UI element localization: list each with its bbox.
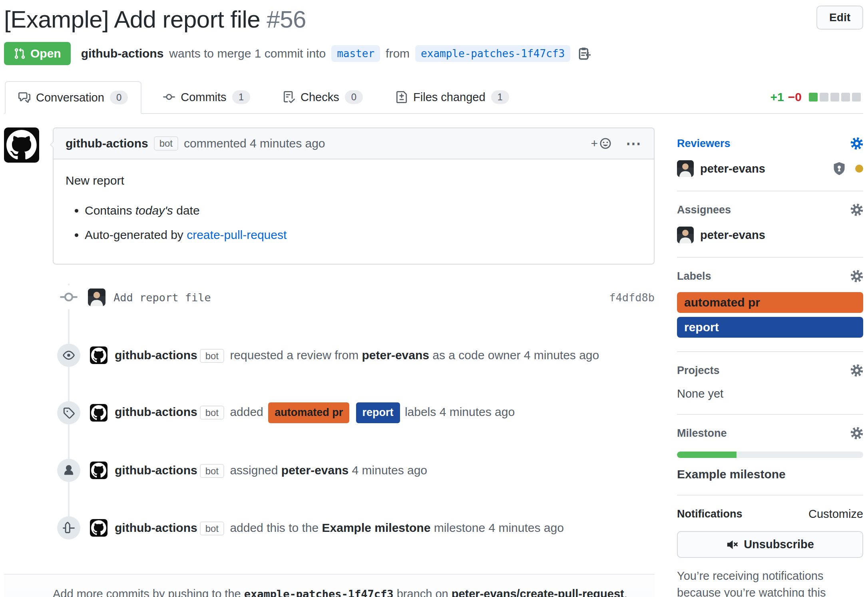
- merge-summary: github-actions wants to merge 1 commit i…: [81, 45, 591, 62]
- projects-empty-text: None yet: [677, 387, 863, 400]
- actor-name[interactable]: github-actions: [115, 464, 197, 477]
- label-automated-pr[interactable]: automated pr: [268, 402, 349, 423]
- event-timestamp[interactable]: 4 minutes ago: [488, 521, 563, 534]
- head-branch-label[interactable]: example-patches-1f47cf3: [415, 45, 570, 62]
- commit-message[interactable]: Add report file: [113, 291, 211, 304]
- pull-request-icon: [14, 48, 26, 60]
- github-actions-avatar[interactable]: [4, 127, 39, 163]
- tab-label: Commits: [181, 91, 226, 104]
- milestone-progress-fill: [677, 452, 737, 458]
- event-review-requested: github-actionsbot requested a review fro…: [4, 344, 655, 367]
- tag-icon: [57, 401, 80, 424]
- smiley-icon: [599, 137, 612, 150]
- reviewers-section: Reviewers peter-evans: [677, 127, 863, 191]
- tab-count: 1: [491, 90, 509, 104]
- unsubscribe-label: Unsubscribe: [744, 538, 814, 551]
- reviewer-name[interactable]: peter-evans: [700, 162, 765, 175]
- footer-branch: example-patches-1f47cf3: [244, 588, 394, 597]
- github-actions-avatar[interactable]: [90, 346, 108, 364]
- actor-name[interactable]: github-actions: [115, 405, 197, 418]
- assignee-row[interactable]: peter-evans: [677, 227, 863, 243]
- edit-button[interactable]: Edit: [816, 6, 863, 30]
- diffstat-additions: +1: [770, 90, 784, 104]
- comment-author[interactable]: github-actions: [66, 137, 148, 150]
- gear-icon[interactable]: [850, 203, 863, 216]
- commit-sha[interactable]: f4dfd8b: [609, 291, 655, 304]
- labels-heading: Labels: [677, 270, 711, 283]
- bot-badge: bot: [200, 521, 224, 535]
- diff-block: [809, 93, 818, 101]
- milestone-icon: [57, 516, 80, 539]
- file-diff-icon: [396, 91, 408, 103]
- assignee-name[interactable]: peter-evans: [700, 229, 765, 242]
- milestone-heading: Milestone: [677, 427, 727, 440]
- tab-conversation[interactable]: Conversation 0: [5, 81, 141, 114]
- reviewer-row[interactable]: peter-evans: [677, 160, 863, 177]
- diffstat[interactable]: +1 −0: [770, 90, 863, 104]
- github-actions-avatar[interactable]: [90, 404, 108, 422]
- reviewer-name[interactable]: peter-evans: [362, 348, 429, 362]
- actor-name[interactable]: github-actions: [115, 348, 197, 362]
- eye-icon: [57, 344, 80, 367]
- gear-icon[interactable]: [850, 364, 863, 377]
- sidebar: Reviewers peter-evans: [677, 127, 863, 597]
- event-text: github-actionsbot assigned peter-evans 4…: [115, 462, 427, 479]
- timeline: Add report file f4dfd8b github-actionsbo…: [4, 285, 655, 539]
- gear-icon[interactable]: [850, 270, 863, 283]
- github-actions-avatar[interactable]: [90, 462, 108, 479]
- base-branch-label[interactable]: master: [331, 45, 380, 62]
- event-timestamp[interactable]: 4 minutes ago: [440, 405, 515, 418]
- checklist-icon: [283, 91, 295, 103]
- tab-count: 0: [345, 90, 363, 104]
- reviewer-avatar: [677, 160, 694, 177]
- committer-avatar[interactable]: [88, 289, 106, 306]
- bot-badge: bot: [200, 464, 224, 478]
- customize-link[interactable]: Customize: [808, 507, 863, 521]
- comment-actions: + ⋯: [591, 137, 642, 150]
- label-report[interactable]: report: [356, 402, 400, 423]
- label-automated-pr[interactable]: automated pr: [677, 292, 863, 313]
- merge-action-text: wants to merge 1 commit into: [169, 47, 326, 60]
- reviewers-heading[interactable]: Reviewers: [677, 137, 731, 150]
- push-instructions: Add more commits by pushing to the examp…: [4, 574, 655, 597]
- assignee-name[interactable]: peter-evans: [281, 464, 348, 477]
- projects-heading: Projects: [677, 364, 720, 377]
- kebab-menu-icon[interactable]: ⋯: [626, 139, 642, 147]
- add-reaction-button[interactable]: +: [591, 137, 612, 150]
- state-label: Open: [30, 47, 61, 60]
- pull-request-page: [Example] Add report file #56 Edit Open …: [0, 0, 868, 597]
- title-row: [Example] Add report file #56 Edit: [4, 6, 863, 33]
- unsubscribe-button[interactable]: Unsubscribe: [677, 531, 863, 558]
- tab-count: 0: [110, 91, 128, 104]
- git-commit-icon: [163, 91, 175, 103]
- plus-sign: +: [591, 137, 598, 150]
- create-pull-request-link[interactable]: create-pull-request: [187, 228, 287, 241]
- notifications-heading: Notifications: [677, 508, 743, 520]
- event-text: github-actionsbot added this to the Exam…: [115, 519, 564, 536]
- diff-block: [820, 93, 828, 101]
- milestone-name[interactable]: Example milestone: [322, 521, 431, 534]
- person-icon: [57, 459, 80, 482]
- pr-author[interactable]: github-actions: [81, 47, 164, 60]
- event-milestoned: github-actionsbot added this to the Exam…: [4, 516, 655, 539]
- event-timestamp[interactable]: 4 minutes ago: [524, 348, 599, 362]
- tab-checks[interactable]: Checks 0: [272, 81, 374, 113]
- copy-branch-icon[interactable]: [577, 47, 591, 60]
- tab-commits[interactable]: Commits 1: [152, 81, 261, 113]
- page-title: [Example] Add report file #56: [4, 6, 306, 33]
- label-report[interactable]: report: [677, 317, 863, 338]
- actor-name[interactable]: github-actions: [115, 521, 197, 534]
- event-timestamp[interactable]: 4 minutes ago: [352, 464, 427, 477]
- tab-files-changed[interactable]: Files changed 1: [384, 81, 520, 113]
- github-actions-avatar[interactable]: [90, 519, 108, 537]
- comment-header: github-actions bot commented 4 minutes a…: [54, 128, 654, 159]
- git-commit-icon: [58, 285, 79, 309]
- assignees-section: Assignees peter-evans: [677, 191, 863, 258]
- milestone-link[interactable]: Example milestone: [677, 468, 863, 481]
- tab-count: 1: [232, 90, 250, 104]
- comment-body: New report Contains today's date Auto-ge…: [54, 159, 654, 264]
- gear-icon[interactable]: [850, 427, 863, 440]
- gear-icon[interactable]: [850, 137, 863, 150]
- bullet-text: date: [176, 204, 199, 217]
- tab-label: Checks: [301, 91, 339, 104]
